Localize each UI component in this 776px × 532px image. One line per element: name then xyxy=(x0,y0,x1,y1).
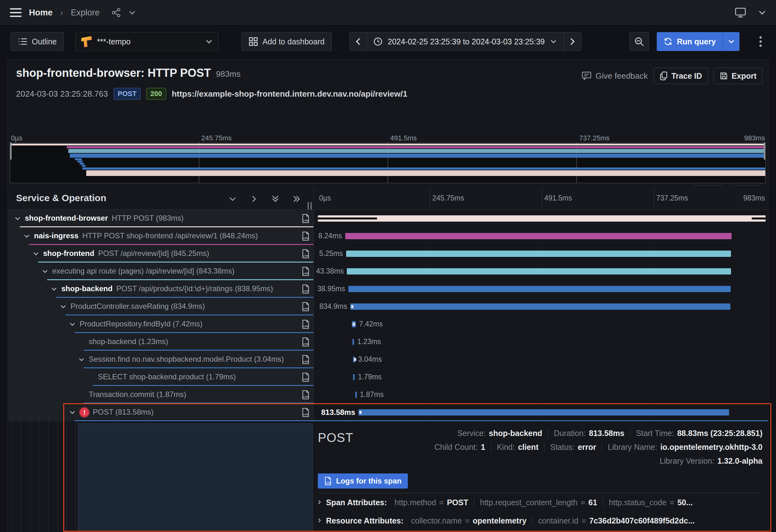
log-icon[interactable]: LOG xyxy=(302,267,310,276)
span-row-bar[interactable]: 834.9ms xyxy=(314,298,768,315)
span-row-bar[interactable]: 43.38ms xyxy=(314,262,768,280)
span-bar[interactable] xyxy=(350,304,730,310)
time-shift-forward-button[interactable] xyxy=(564,32,581,51)
panel-resize-handle[interactable]: || xyxy=(307,201,313,210)
log-icon[interactable]: LOG xyxy=(302,372,310,382)
logs-for-span-button[interactable]: LOG Logs for this span xyxy=(318,474,408,489)
chevron-down-icon[interactable] xyxy=(128,8,136,17)
zoom-out-button[interactable] xyxy=(629,32,649,51)
span-attributes-row[interactable]: › Span Attributes: http.method=POSThttp.… xyxy=(318,493,762,512)
attribute-equ: = xyxy=(439,498,444,507)
collapse-chevron-icon[interactable] xyxy=(32,250,39,257)
span-detail-panel: POST Service:shop-backendDuration:813.58… xyxy=(318,426,762,530)
span-row-bar[interactable]: 7.42ms xyxy=(314,315,768,333)
export-button[interactable]: Export xyxy=(714,68,762,84)
span-operation-name: ProductRepository.findById (7.42ms) xyxy=(79,320,202,328)
span-row-bar[interactable]: 5.25ms xyxy=(314,245,768,262)
span-row-label[interactable]: shop-backend (1.23ms)LOG xyxy=(8,333,314,351)
trace-minimap[interactable] xyxy=(10,142,766,183)
span-row-bar[interactable]: 1.87ms xyxy=(314,386,768,403)
minimap-right-handle[interactable] xyxy=(764,143,765,160)
span-bar[interactable] xyxy=(345,233,732,239)
give-feedback-button[interactable]: Give feedback xyxy=(582,71,647,81)
run-query-dropdown-button[interactable] xyxy=(723,32,740,51)
chevron-down-icon[interactable] xyxy=(758,8,767,17)
add-to-dashboard-button[interactable]: Add to dashboard xyxy=(241,32,332,51)
collapse-chevron-icon[interactable] xyxy=(78,356,85,363)
span-row-bar[interactable]: 1.23ms xyxy=(314,333,768,351)
time-shift-back-button[interactable] xyxy=(349,32,367,51)
span-bar[interactable] xyxy=(318,215,766,222)
log-icon[interactable]: LOG xyxy=(302,320,310,329)
span-bar[interactable] xyxy=(353,339,354,345)
log-icon[interactable]: LOG xyxy=(302,231,310,241)
collapse-chevron-icon[interactable] xyxy=(23,233,30,239)
indent-guide xyxy=(12,315,12,333)
span-row-bar[interactable]: 813.58ms xyxy=(314,403,768,421)
collapse-chevron-icon[interactable] xyxy=(14,215,21,222)
expand-all-icon[interactable] xyxy=(293,195,301,203)
collapse-one-icon[interactable] xyxy=(228,195,237,203)
span-row-label[interactable]: ProductRepository.findById (7.42ms)LOG xyxy=(8,315,314,333)
expand-one-icon[interactable] xyxy=(249,195,258,203)
log-icon[interactable]: LOG xyxy=(302,249,310,258)
indent-guide xyxy=(21,403,21,421)
span-row-label[interactable]: ProductController.saveRating (834.9ms)LO… xyxy=(8,298,314,315)
span-row-label[interactable]: nais-ingressHTTP POST shop-frontend /api… xyxy=(8,227,314,245)
span-row-bar[interactable]: 38.95ms xyxy=(314,280,768,298)
run-query-button[interactable]: Run query xyxy=(657,32,723,51)
collapse-chevron-icon[interactable] xyxy=(69,409,76,416)
outline-button[interactable]: Outline xyxy=(11,32,64,51)
span-service-name: nais-ingress xyxy=(34,231,78,240)
resource-attributes-row[interactable]: › Resource Attributes: collector.name=op… xyxy=(318,512,762,530)
span-bar[interactable] xyxy=(353,374,355,380)
display-icon[interactable] xyxy=(735,7,746,18)
log-icon[interactable]: LOG xyxy=(302,355,310,364)
span-row-bar[interactable]: 3.04ms xyxy=(314,351,768,368)
indent-guide xyxy=(39,298,39,315)
span-bar[interactable] xyxy=(347,268,731,275)
span-attributes-label: Span Attributes: xyxy=(326,498,387,507)
collapse-chevron-icon[interactable] xyxy=(69,321,76,328)
log-icon[interactable]: LOG xyxy=(302,284,310,294)
collapse-all-icon[interactable] xyxy=(271,195,280,203)
span-row-label[interactable]: shop-backendPOST /api/products/{id:\d+}/… xyxy=(8,280,314,298)
collapse-chevron-icon[interactable] xyxy=(60,303,67,310)
span-row-bar[interactable]: 8.24ms xyxy=(314,227,768,245)
log-icon[interactable]: LOG xyxy=(302,390,310,399)
overview-item: Kind:client xyxy=(491,442,544,452)
kebab-menu-icon[interactable] xyxy=(754,35,768,48)
span-bar[interactable] xyxy=(355,392,357,398)
span-row-label[interactable]: shop-frontendPOST /api/review/[id] (845.… xyxy=(8,245,314,262)
span-row-label[interactable]: SELECT shop-backend.product (1.79ms)LOG xyxy=(8,368,314,386)
minimap-left-handle[interactable] xyxy=(10,143,12,160)
breadcrumb-home[interactable]: Home xyxy=(29,8,52,18)
span-row-label[interactable]: Transaction.commit (1.87ms)LOG xyxy=(8,386,314,403)
collapse-chevron-icon[interactable] xyxy=(41,268,48,275)
span-bar[interactable] xyxy=(358,409,729,415)
span-row-label[interactable]: Session.find no.nav.shopbackend.model.Pr… xyxy=(8,351,314,368)
log-icon[interactable]: LOG xyxy=(302,408,310,417)
span-row-bar[interactable]: 1.79ms xyxy=(314,368,768,386)
collapse-chevron-icon[interactable] xyxy=(51,286,57,293)
span-row-label[interactable]: shop-frontend-browserHTTP POST (983ms)LO… xyxy=(8,210,314,227)
span-row-label[interactable]: !POST (813.58ms)LOG xyxy=(8,403,314,421)
datasource-picker[interactable]: ***-tempo xyxy=(75,32,218,51)
span-bar[interactable] xyxy=(346,250,731,257)
span-row-label[interactable]: executing api route (pages) /api/review/… xyxy=(8,262,314,280)
span-bar[interactable] xyxy=(348,286,731,292)
overview-item-value: 813.58ms xyxy=(589,429,624,438)
minimap-span-bar xyxy=(10,144,765,145)
breadcrumb-explore[interactable]: Explore xyxy=(71,8,100,18)
hamburger-icon[interactable] xyxy=(9,7,22,18)
log-icon[interactable]: LOG xyxy=(302,337,310,347)
trace-id-button[interactable]: Trace ID xyxy=(653,68,708,84)
overview-item-value: 88.83ms (23:25:28.851) xyxy=(677,429,762,438)
time-range-button[interactable]: 2024-02-25 23:25:39 to 2024-03-03 23:25:… xyxy=(367,32,564,51)
share-icon[interactable] xyxy=(111,8,121,18)
span-row-bar[interactable] xyxy=(314,210,768,227)
indent-guide xyxy=(21,421,21,532)
span-duration-label: 1.79ms xyxy=(358,373,381,381)
log-icon[interactable]: LOG xyxy=(302,214,310,223)
log-icon[interactable]: LOG xyxy=(302,302,310,311)
